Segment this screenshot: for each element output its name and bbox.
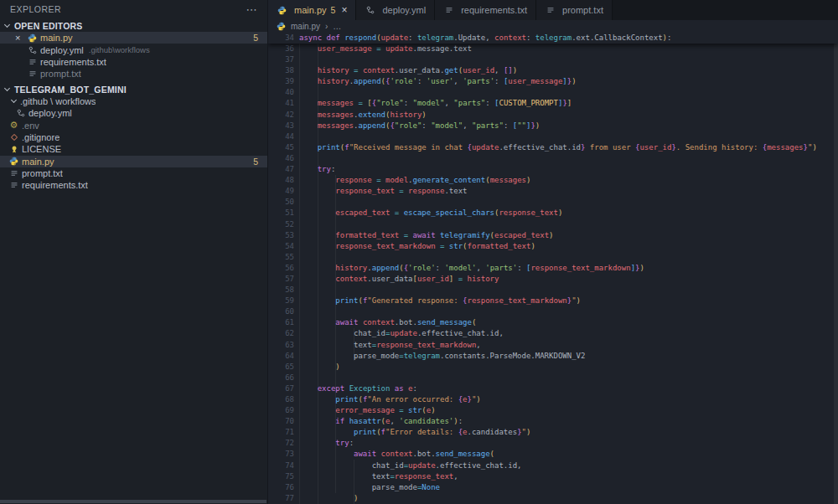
breadcrumb-more[interactable]: … — [333, 22, 341, 31]
code-line-44[interactable]: 44 — [268, 131, 838, 142]
line-number: 61 — [268, 317, 294, 328]
code-line-37[interactable]: 37 — [268, 54, 838, 65]
code-line-46[interactable]: 46 — [268, 153, 838, 164]
code-line-56[interactable]: 56 history.append({'role': 'model', 'par… — [268, 263, 838, 274]
code-line-41[interactable]: 41 messages = [{"role": "model", "parts"… — [268, 98, 838, 109]
code-line-38[interactable]: 38 history = context.user_data.get(user_… — [268, 65, 838, 76]
code-line-60[interactable]: 60 — [268, 306, 838, 317]
code-line-36[interactable]: 36 user_message = update.message.text — [268, 44, 838, 54]
chevron-down-icon[interactable] — [4, 85, 10, 91]
file-tree: .github \ workflowsdeploy.yml⚙.env.gitig… — [0, 95, 267, 192]
code-line-58[interactable]: 58 — [268, 285, 838, 296]
code-line-48[interactable]: 48 response = model.generate_content(mes… — [268, 175, 838, 186]
open-editor-deploy.yml[interactable]: deploy.yml.github\workflows — [0, 44, 267, 55]
code-line-63[interactable]: 63 text=response_text_markdown, — [268, 340, 838, 351]
code-text: history.append({'role': 'model', 'parts'… — [294, 263, 644, 274]
code-text — [294, 219, 299, 230]
code-line-42[interactable]: 42 messages.extend(history) — [268, 110, 838, 121]
sidebar-title-row: EXPLORER ⋯ — [0, 0, 267, 18]
file-requirements.txt[interactable]: requirements.txt — [0, 179, 267, 191]
open-editors-header[interactable]: OPEN EDITORS — [0, 20, 267, 32]
more-actions-icon[interactable]: ⋯ — [246, 3, 258, 16]
code-line-39[interactable]: 39 history.append({'role': 'user', 'part… — [268, 76, 838, 87]
code-text: user_message = update.message.text — [294, 44, 472, 54]
line-number: 60 — [268, 306, 294, 317]
file-main.py[interactable]: main.py5 — [0, 156, 267, 167]
code-line-45[interactable]: 45 print(f"Received message in chat {upd… — [268, 142, 838, 153]
file-deploy.yml[interactable]: deploy.yml — [0, 107, 267, 119]
code-line-50[interactable]: 50 — [268, 197, 838, 208]
code-line-65[interactable]: 65 ) — [268, 362, 838, 373]
line-number: 34 — [268, 33, 294, 44]
code-line-49[interactable]: 49 response_text = response.text — [268, 186, 838, 197]
workflow-icon — [15, 109, 26, 117]
close-icon[interactable]: × — [15, 33, 27, 42]
tab-prompt.txt[interactable]: prompt.txt — [536, 0, 613, 20]
file-.gitignore[interactable]: .gitignore — [0, 131, 267, 143]
code-line-47[interactable]: 47 try: — [268, 164, 838, 175]
code-editor[interactable]: 34async def respond(update: telegram.Upd… — [268, 33, 838, 504]
code-line-51[interactable]: 51 escaped_text = escape_special_chars(r… — [268, 208, 838, 219]
code-text: print(f"An error occurred: {e}") — [294, 394, 481, 405]
line-number: 36 — [268, 44, 294, 54]
code-line-67[interactable]: 67 except Exception as e: — [268, 383, 838, 394]
tab-requirements.txt[interactable]: requirements.txt — [435, 0, 536, 20]
code-line-75[interactable]: 75 text=response_text, — [268, 471, 838, 482]
code-line-66[interactable]: 66 — [268, 373, 838, 383]
code-line-40[interactable]: 40 — [268, 87, 838, 98]
breadcrumb-file[interactable]: main.py — [291, 22, 320, 31]
code-line-70[interactable]: 70 if hasattr(e, 'candidates'): — [268, 416, 838, 427]
tab-deploy.yml[interactable]: deploy.yml — [356, 0, 435, 20]
file-name: LICENSE — [22, 144, 61, 154]
python-icon — [277, 6, 287, 15]
breadcrumb[interactable]: main.py › … — [268, 20, 838, 33]
open-editors-label: OPEN EDITORS — [14, 21, 83, 31]
code-line-73[interactable]: 73 await context.bot.send_message( — [268, 449, 838, 460]
close-icon[interactable]: × — [341, 6, 347, 14]
folder-.github \ workflows[interactable]: .github \ workflows — [0, 95, 267, 107]
file-prompt.txt[interactable]: prompt.txt — [0, 167, 267, 179]
chevron-down-icon[interactable] — [11, 97, 17, 103]
code-line-77[interactable]: 77 ) — [268, 493, 838, 504]
code-line-76[interactable]: 76 parse_mode=None — [268, 482, 838, 493]
code-line-52[interactable]: 52 — [268, 219, 838, 230]
git-icon — [8, 135, 19, 140]
code-line-62[interactable]: 62 chat_id=update.effective_chat.id, — [268, 328, 838, 339]
code-line-69[interactable]: 69 error_message = str(e) — [268, 405, 838, 416]
code-text — [294, 87, 299, 98]
code-text: history = context.user_data.get(user_id,… — [294, 65, 517, 76]
horizontal-scrollbar[interactable] — [0, 500, 266, 503]
line-number: 76 — [268, 482, 294, 493]
code-line-74[interactable]: 74 chat_id=update.effective_chat.id, — [268, 460, 838, 471]
code-text: messages.append({"role": "model", "parts… — [294, 121, 540, 131]
code-line-54[interactable]: 54 response_text_markdown = str(formatte… — [268, 241, 838, 252]
chevron-down-icon[interactable] — [4, 22, 10, 28]
file-.env[interactable]: ⚙.env — [0, 119, 267, 131]
code-line-57[interactable]: 57 context.user_data[user_id] = history — [268, 274, 838, 285]
code-line-43[interactable]: 43 messages.append({"role": "model", "pa… — [268, 121, 838, 131]
line-number: 52 — [268, 219, 294, 230]
file-LICENSE[interactable]: LICENSE — [0, 143, 267, 155]
code-text: response_text = response.text — [294, 186, 468, 197]
open-editor-main.py[interactable]: ×main.py5 — [0, 32, 267, 44]
code-line-64[interactable]: 64 parse_mode=telegram.constants.ParseMo… — [268, 351, 838, 362]
code-line-53[interactable]: 53 formatted_text = await telegramify(es… — [268, 230, 838, 241]
code-text — [294, 197, 299, 208]
code-line-61[interactable]: 61 await context.bot.send_message( — [268, 317, 838, 328]
code-line-59[interactable]: 59 print(f"Generated response: {response… — [268, 296, 838, 306]
line-number: 39 — [268, 76, 294, 87]
code-line-55[interactable]: 55 — [268, 252, 838, 263]
open-editor-requirements.txt[interactable]: requirements.txt — [0, 56, 267, 68]
code-line-72[interactable]: 72 try: — [268, 438, 838, 449]
code-line-71[interactable]: 71 print(f"Error details: {e.candidates}… — [268, 427, 838, 438]
code-line-68[interactable]: 68 print(f"An error occurred: {e}") — [268, 394, 838, 405]
license-icon — [8, 145, 19, 154]
project-section-header[interactable]: TELEGRAM_BOT_GEMINI — [0, 84, 267, 95]
file-name: deploy.yml — [28, 108, 72, 118]
sticky-scroll-line[interactable]: 34async def respond(update: telegram.Upd… — [268, 33, 838, 44]
tab-main.py[interactable]: main.py5× — [268, 0, 356, 20]
code-text — [294, 252, 299, 263]
explorer-title: EXPLORER — [10, 4, 61, 14]
open-editor-prompt.txt[interactable]: prompt.txt — [0, 68, 267, 80]
code-line-34[interactable]: 34async def respond(update: telegram.Upd… — [268, 33, 838, 44]
